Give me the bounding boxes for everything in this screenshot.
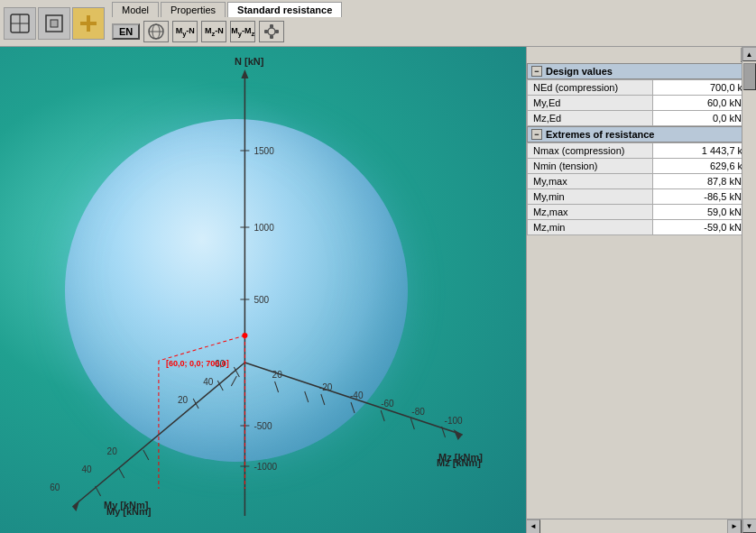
svg-text:40: 40 bbox=[81, 464, 92, 474]
design-values-section: − Design values NEd (compression) 700,0 … bbox=[527, 63, 756, 126]
tab-standard-resistance[interactable]: Standard resistance bbox=[227, 2, 342, 17]
table-row: Nmax (compression) 1 443,7 kN bbox=[528, 143, 756, 159]
tool-icon-1[interactable] bbox=[4, 7, 36, 40]
svg-point-10 bbox=[268, 28, 275, 35]
settings-icon-button[interactable] bbox=[259, 21, 284, 42]
tool-icon-3[interactable] bbox=[72, 7, 105, 40]
globe-icon-button[interactable] bbox=[143, 21, 169, 42]
tab-row: Model Properties Standard resistance bbox=[112, 2, 752, 17]
extremes-collapse[interactable]: − bbox=[531, 129, 542, 140]
scroll-thumb[interactable] bbox=[743, 63, 756, 90]
right-panel: ✕ − Design values NEd (compression) 700,… bbox=[526, 47, 756, 533]
svg-line-17 bbox=[72, 363, 244, 507]
nmax-label: Nmax (compression) bbox=[528, 143, 653, 159]
svg-text:-20: -20 bbox=[319, 382, 333, 392]
lang-button[interactable]: EN bbox=[112, 23, 140, 40]
tab-properties[interactable]: Properties bbox=[161, 2, 226, 17]
svg-rect-14 bbox=[275, 30, 279, 33]
svg-text:-80: -80 bbox=[411, 407, 425, 417]
svg-text:1500: 1500 bbox=[254, 146, 274, 156]
table-row: My,Ed 60,0 kNm bbox=[528, 96, 756, 111]
svg-text:60: 60 bbox=[50, 482, 60, 492]
svg-line-35 bbox=[143, 450, 149, 460]
nmin-value: 629,6 kN bbox=[653, 159, 756, 174]
svg-text:20: 20 bbox=[178, 395, 189, 405]
mzmax-label: Mz,max bbox=[528, 205, 653, 220]
table-row: My,min -86,5 kNm bbox=[528, 189, 756, 205]
extremes-header: − Extremes of resistance bbox=[527, 126, 756, 142]
svg-line-56 bbox=[305, 391, 309, 402]
svg-text:[60,0; 0,0; 700,0]: [60,0; 0,0; 700,0] bbox=[166, 359, 229, 368]
scroll-down-arrow[interactable]: ▼ bbox=[742, 519, 757, 533]
svg-rect-6 bbox=[87, 15, 90, 32]
svg-text:20: 20 bbox=[107, 446, 118, 456]
svg-line-48 bbox=[381, 410, 384, 421]
extremes-table: Nmax (compression) 1 443,7 kN Nmin (tens… bbox=[527, 142, 756, 235]
design-values-collapse[interactable]: − bbox=[531, 66, 542, 77]
svg-text:500: 500 bbox=[254, 295, 269, 305]
svg-text:-100: -100 bbox=[445, 416, 464, 426]
svg-rect-13 bbox=[264, 30, 268, 33]
svg-rect-12 bbox=[270, 35, 273, 39]
myed-value: 60,0 kNm bbox=[653, 96, 756, 111]
myed-label: My,Ed bbox=[528, 96, 653, 111]
ned-label: NEd (compression) bbox=[528, 80, 653, 96]
svg-point-61 bbox=[242, 333, 247, 338]
tool-icon-2[interactable] bbox=[38, 7, 70, 40]
mymin-label: My,min bbox=[528, 189, 653, 205]
svg-text:-60: -60 bbox=[381, 399, 394, 409]
svg-text:40: 40 bbox=[203, 377, 214, 387]
ned-value: 700,0 kN bbox=[653, 80, 756, 96]
tool-icons bbox=[4, 7, 105, 40]
my-mz-button[interactable]: My-Mz bbox=[230, 21, 255, 42]
design-values-table: NEd (compression) 700,0 kN My,Ed 60,0 kN… bbox=[527, 79, 756, 126]
svg-line-43 bbox=[231, 376, 236, 386]
subtoolbar: EN My-N Mz-N My-Mz bbox=[112, 19, 752, 44]
nmax-value: 1 443,7 kN bbox=[653, 143, 756, 159]
scroll-up-arrow[interactable]: ▲ bbox=[742, 47, 757, 61]
svg-line-31 bbox=[96, 486, 101, 496]
my-n-button[interactable]: My-N bbox=[172, 21, 198, 42]
mzed-value: 0,0 kNm bbox=[653, 111, 756, 126]
scroll-right-arrow[interactable]: ► bbox=[727, 519, 742, 534]
svg-rect-4 bbox=[51, 20, 58, 27]
toolbar: Model Properties Standard resistance EN … bbox=[0, 0, 756, 47]
svg-line-37 bbox=[193, 399, 198, 409]
mzmin-value: -59,0 kNm bbox=[653, 220, 756, 235]
svg-text:-1000: -1000 bbox=[254, 462, 277, 472]
scroll-left-arrow[interactable]: ◄ bbox=[526, 519, 540, 534]
nmin-label: Nmin (tension) bbox=[528, 159, 653, 174]
viewport-3d[interactable]: 1500 1000 500 -500 -1000 60 40 20 bbox=[0, 47, 526, 533]
svg-text:-40: -40 bbox=[350, 391, 364, 400]
mymax-value: 87,8 kNm bbox=[653, 174, 756, 189]
mz-axis-end-label: Mz [kNm] bbox=[438, 452, 483, 463]
mzed-label: Mz,Ed bbox=[528, 111, 653, 126]
main-layout: 1500 1000 500 -500 -1000 60 40 20 bbox=[0, 47, 756, 533]
svg-line-46 bbox=[410, 418, 414, 429]
my-axis-end-label: My [kNm] bbox=[104, 500, 149, 510]
table-row: My,max 87,8 kNm bbox=[528, 174, 756, 189]
svg-rect-11 bbox=[270, 24, 273, 28]
mz-n-button[interactable]: Mz-N bbox=[201, 21, 226, 42]
mymin-value: -86,5 kNm bbox=[653, 189, 756, 205]
svg-text:-500: -500 bbox=[254, 421, 272, 431]
n-axis-label: N [kN] bbox=[235, 56, 263, 67]
table-row: NEd (compression) 700,0 kN bbox=[528, 80, 756, 96]
scrollbar-area bbox=[527, 235, 756, 533]
svg-text:20: 20 bbox=[272, 370, 283, 380]
svg-line-54 bbox=[275, 381, 279, 392]
extremes-section: − Extremes of resistance Nmax (compressi… bbox=[527, 126, 756, 235]
table-row: Mz,min -59,0 kNm bbox=[528, 220, 756, 235]
design-values-title: Design values bbox=[546, 66, 613, 77]
mzmax-value: 59,0 kNm bbox=[653, 205, 756, 220]
svg-marker-16 bbox=[241, 69, 248, 78]
mzmin-label: Mz,min bbox=[528, 220, 653, 235]
table-row: Mz,max 59,0 kNm bbox=[528, 205, 756, 220]
tabs-area: Model Properties Standard resistance EN … bbox=[112, 2, 752, 44]
svg-text:1000: 1000 bbox=[254, 223, 274, 233]
svg-line-52 bbox=[321, 394, 325, 405]
svg-line-50 bbox=[351, 402, 355, 413]
tab-model[interactable]: Model bbox=[112, 2, 159, 17]
design-values-header: − Design values bbox=[527, 63, 756, 79]
svg-line-57 bbox=[159, 335, 244, 361]
